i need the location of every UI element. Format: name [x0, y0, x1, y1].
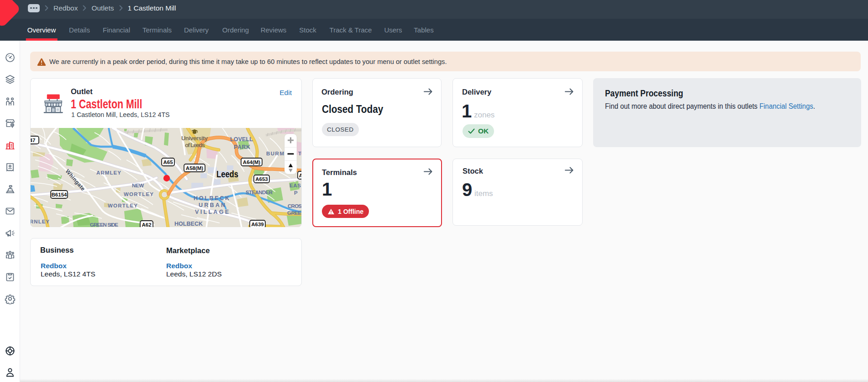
svg-text:NEW: NEW [132, 183, 145, 188]
svg-text:A64(M): A64(M) [243, 159, 261, 165]
svg-text:A639: A639 [251, 222, 264, 227]
svg-text:CROS: CROS [288, 203, 301, 209]
svg-text:HOLBECK: HOLBECK [174, 221, 204, 227]
svg-text:WORTLEY: WORTLEY [124, 191, 154, 197]
svg-text:ARMLEY: ARMLEY [96, 170, 122, 175]
svg-text:A58(M): A58(M) [186, 165, 204, 171]
svg-text:A65: A65 [163, 159, 173, 165]
svg-text:WORTLEY: WORTLEY [108, 203, 138, 208]
svg-text:BURM: BURM [266, 151, 285, 156]
svg-text:GREEN SIDE: GREEN SIDE [90, 222, 119, 227]
svg-text:P: P [294, 190, 299, 196]
svg-text:B6154: B6154 [52, 192, 67, 197]
svg-text:GREE: GREE [287, 210, 301, 216]
svg-text:HOLBECK: HOLBECK [194, 195, 230, 202]
svg-text:47: 47 [31, 138, 35, 143]
svg-text:A653: A653 [255, 176, 268, 182]
svg-text:A62: A62 [142, 222, 151, 227]
svg-text:Leeds: Leeds [216, 169, 238, 179]
svg-text:TO: TO [298, 151, 301, 156]
svg-text:LOVELL: LOVELL [230, 136, 254, 143]
svg-text:University: University [181, 135, 208, 142]
svg-text:URBAN: URBAN [199, 202, 226, 208]
svg-text:RNLEY: RNLEY [31, 219, 50, 224]
svg-text:STEANDER: STEANDER [246, 190, 274, 195]
svg-text:PARK: PARK [234, 144, 251, 150]
svg-text:of Leeds: of Leeds [185, 142, 205, 149]
svg-text:EAS: EAS [289, 183, 301, 188]
svg-text:A: A [299, 173, 301, 178]
